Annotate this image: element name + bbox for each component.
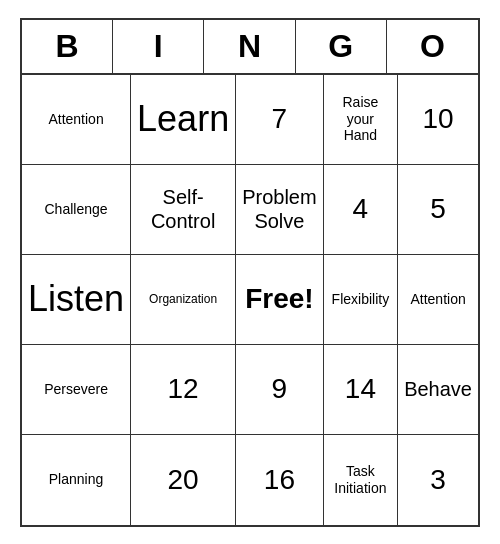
header-letter: I	[113, 20, 204, 73]
bingo-cell: 5	[398, 165, 478, 255]
header-letter: N	[204, 20, 295, 73]
bingo-cell: Free!	[236, 255, 323, 345]
bingo-cell: 9	[236, 345, 323, 435]
bingo-cell: 20	[131, 435, 236, 525]
bingo-cell: Raise your Hand	[324, 75, 399, 165]
bingo-cell: 16	[236, 435, 323, 525]
bingo-cell: 4	[324, 165, 399, 255]
bingo-cell: Learn	[131, 75, 236, 165]
bingo-grid: AttentionLearn7Raise your Hand10Challeng…	[22, 75, 478, 525]
bingo-cell: Flexibility	[324, 255, 399, 345]
bingo-cell: Persevere	[22, 345, 131, 435]
bingo-cell: Organization	[131, 255, 236, 345]
bingo-cell: 7	[236, 75, 323, 165]
bingo-cell: Behave	[398, 345, 478, 435]
header-letter: G	[296, 20, 387, 73]
bingo-cell: Problem Solve	[236, 165, 323, 255]
bingo-header: BINGO	[22, 20, 478, 75]
bingo-cell: 3	[398, 435, 478, 525]
header-letter: O	[387, 20, 478, 73]
bingo-cell: Attention	[398, 255, 478, 345]
bingo-cell: Attention	[22, 75, 131, 165]
header-letter: B	[22, 20, 113, 73]
bingo-cell: Task Initiation	[324, 435, 399, 525]
bingo-cell: 10	[398, 75, 478, 165]
bingo-cell: Listen	[22, 255, 131, 345]
bingo-card: BINGO AttentionLearn7Raise your Hand10Ch…	[20, 18, 480, 527]
bingo-cell: Self-Control	[131, 165, 236, 255]
bingo-cell: 12	[131, 345, 236, 435]
bingo-cell: 14	[324, 345, 399, 435]
bingo-cell: Planning	[22, 435, 131, 525]
bingo-cell: Challenge	[22, 165, 131, 255]
